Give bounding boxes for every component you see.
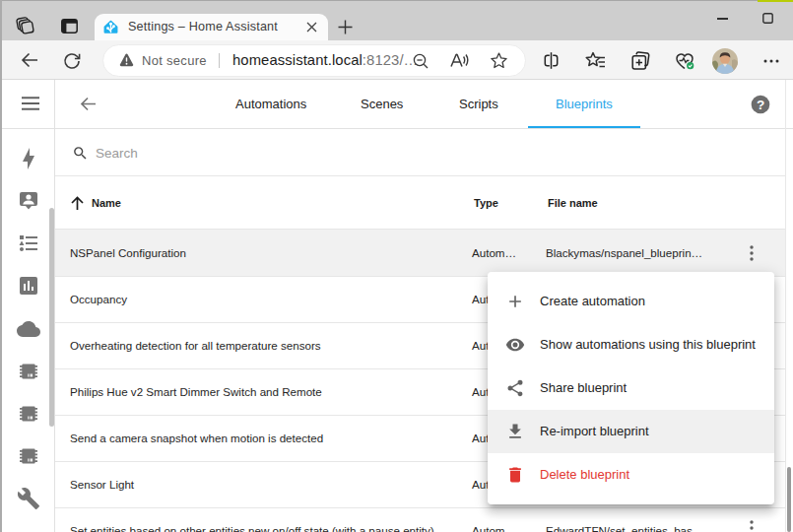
- svg-text:?: ?: [757, 98, 764, 112]
